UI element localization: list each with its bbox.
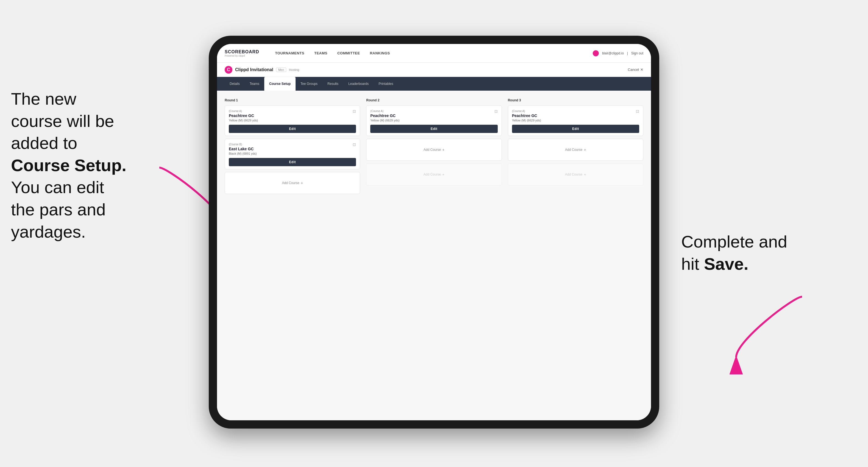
annotation-line2: course will be: [11, 112, 114, 130]
breadcrumb-content: C Clippd Invitational Men Hosting: [225, 66, 299, 73]
round1-course-b-edit-btn[interactable]: Edit: [229, 158, 356, 166]
round3-add-course-plus: +: [584, 148, 586, 152]
annotation-line4: You can edit: [11, 178, 104, 197]
round2-course-a-delete[interactable]: ⊡: [493, 108, 499, 114]
round3-course-a-label: (Course A): [512, 110, 639, 113]
round-2-column: Round 2 ⊡ (Course A) Peachtree GC Yellow…: [366, 98, 502, 197]
round1-course-b-name: East Lake GC: [229, 147, 356, 151]
round1-add-course-label: Add Course: [282, 181, 299, 185]
breadcrumb-badge: Men: [276, 68, 286, 72]
annotation-right-line1: Complete and: [681, 232, 787, 251]
nav-divider: |: [627, 51, 628, 55]
round1-add-course-plus: +: [301, 181, 303, 185]
main-content: Round 1 ⊡ (Course A) Peachtree GC Yellow…: [217, 91, 651, 420]
tab-bar: Details Teams Course Setup Tee Groups Re…: [217, 77, 651, 91]
round2-add-course-disabled: Add Course +: [366, 163, 502, 185]
tablet-frame: SCOREBOARD Powered by clippd TOURNAMENTS…: [209, 36, 659, 429]
round3-add-course-label: Add Course: [565, 148, 582, 152]
tab-course-setup[interactable]: Course Setup: [264, 77, 296, 91]
round2-add-course-active[interactable]: Add Course +: [366, 139, 502, 161]
round3-course-a-name: Peachtree GC: [512, 114, 639, 118]
round-3-column: Round 3 ⊡ (Course A) Peachtree GC Yellow…: [508, 98, 643, 197]
annotation-right: Complete and hit Save.: [681, 231, 835, 275]
round2-add-course-plus: +: [442, 148, 444, 152]
round1-course-a-label: (Course A): [229, 110, 356, 113]
breadcrumb-bar: C Clippd Invitational Men Hosting Cancel…: [217, 63, 651, 77]
annotation-right-bold: Save.: [704, 254, 748, 273]
annotation-line5: the pars and: [11, 200, 106, 219]
round3-course-a-edit-btn[interactable]: Edit: [512, 125, 639, 133]
breadcrumb-title: Clippd Invitational: [235, 67, 273, 72]
arrow-right: [731, 291, 813, 363]
round-1-label: Round 1: [225, 98, 360, 102]
cancel-button[interactable]: Cancel ✕: [628, 68, 643, 72]
round1-add-course[interactable]: Add Course +: [225, 172, 360, 194]
nav-teams[interactable]: TEAMS: [309, 44, 332, 63]
round2-course-a-detail: Yellow (M) (6629 yds): [370, 119, 497, 122]
round3-add-course-disabled-label: Add Course: [565, 173, 582, 176]
tab-teams[interactable]: Teams: [245, 77, 264, 91]
tab-tee-groups[interactable]: Tee Groups: [296, 77, 322, 91]
annotation-right-line2: hit: [681, 254, 704, 273]
logo-sub: Powered by clippd: [225, 54, 259, 57]
round1-course-a-delete[interactable]: ⊡: [351, 108, 357, 114]
rounds-grid: Round 1 ⊡ (Course A) Peachtree GC Yellow…: [225, 98, 643, 197]
round2-add-course-disabled-plus: +: [442, 172, 444, 177]
annotation-line6: yardages.: [11, 222, 86, 241]
nav-rankings[interactable]: RANKINGS: [365, 44, 395, 63]
round1-course-a-name: Peachtree GC: [229, 114, 356, 118]
cancel-icon: ✕: [640, 68, 643, 72]
logo-scoreboard: SCOREBOARD: [225, 50, 259, 54]
annotation-line3: added to: [11, 133, 77, 152]
round1-course-b-card: ⊡ (Course B) East Lake GC Black (M) (689…: [225, 139, 360, 169]
round2-add-course-disabled-label: Add Course: [424, 173, 441, 176]
round3-add-course-disabled: Add Course +: [508, 163, 643, 185]
user-avatar: [593, 50, 599, 56]
round1-course-b-label: (Course B): [229, 143, 356, 146]
nav-links: TOURNAMENTS TEAMS COMMITTEE RANKINGS: [270, 44, 593, 63]
logo-area: SCOREBOARD Powered by clippd: [225, 50, 259, 57]
annotation-bold: Course Setup.: [11, 156, 126, 175]
nav-right: blair@clippd.io | Sign out: [593, 50, 643, 56]
round-2-label: Round 2: [366, 98, 502, 102]
round2-course-a-edit-btn[interactable]: Edit: [370, 125, 497, 133]
annotation-line1: The new: [11, 89, 76, 108]
round1-course-b-detail: Black (M) (6891 yds): [229, 152, 356, 155]
round1-course-a-detail: Yellow (M) (6629 yds): [229, 119, 356, 122]
round2-add-course-label: Add Course: [424, 148, 441, 152]
tablet-screen: SCOREBOARD Powered by clippd TOURNAMENTS…: [217, 44, 651, 420]
round1-course-a-card: ⊡ (Course A) Peachtree GC Yellow (M) (66…: [225, 105, 360, 136]
user-email: blair@clippd.io: [602, 51, 624, 55]
round2-course-a-card: ⊡ (Course A) Peachtree GC Yellow (M) (66…: [366, 105, 502, 136]
round3-add-course-active[interactable]: Add Course +: [508, 139, 643, 161]
tab-leaderboards[interactable]: Leaderboards: [343, 77, 374, 91]
round1-course-a-edit-btn[interactable]: Edit: [229, 125, 356, 133]
tab-printables[interactable]: Printables: [374, 77, 398, 91]
cancel-label: Cancel: [628, 68, 639, 72]
nav-tournaments[interactable]: TOURNAMENTS: [270, 44, 309, 63]
round2-course-a-label: (Course A): [370, 110, 497, 113]
sign-out-link[interactable]: Sign out: [631, 51, 643, 55]
round3-add-course-disabled-plus: +: [584, 172, 586, 177]
tab-results[interactable]: Results: [322, 77, 343, 91]
round3-course-a-detail: Yellow (M) (6629 yds): [512, 119, 639, 122]
top-nav: SCOREBOARD Powered by clippd TOURNAMENTS…: [217, 44, 651, 63]
round1-course-b-delete[interactable]: ⊡: [351, 142, 357, 147]
round-3-label: Round 3: [508, 98, 643, 102]
breadcrumb-status: Hosting: [289, 68, 299, 71]
round3-course-a-delete[interactable]: ⊡: [635, 108, 640, 114]
round3-course-a-card: ⊡ (Course A) Peachtree GC Yellow (M) (66…: [508, 105, 643, 136]
brand-logo: C: [225, 66, 232, 73]
nav-committee[interactable]: COMMITTEE: [332, 44, 365, 63]
round-1-column: Round 1 ⊡ (Course A) Peachtree GC Yellow…: [225, 98, 360, 197]
tab-details[interactable]: Details: [225, 77, 245, 91]
round2-course-a-name: Peachtree GC: [370, 114, 497, 118]
